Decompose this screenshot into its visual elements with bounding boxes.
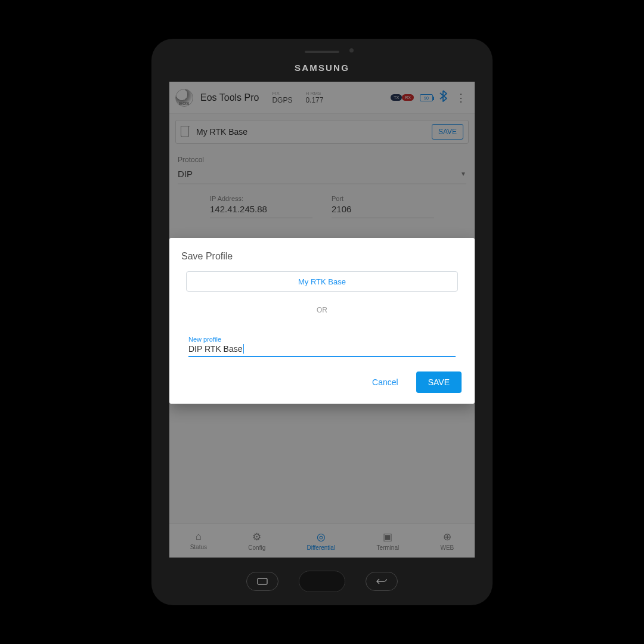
recent-apps-button[interactable] bbox=[246, 572, 278, 591]
front-camera bbox=[349, 48, 354, 52]
hardware-buttons bbox=[151, 571, 493, 592]
dialog-title: Save Profile bbox=[169, 251, 475, 271]
existing-profile-button[interactable]: My RTK Base bbox=[186, 271, 458, 292]
speaker-grille bbox=[305, 51, 339, 53]
new-profile-value: DIP RTK Base bbox=[188, 344, 243, 354]
save-profile-dialog: Save Profile My RTK Base OR New profile … bbox=[169, 238, 475, 404]
cancel-button[interactable]: Cancel bbox=[372, 377, 398, 387]
or-divider: OR bbox=[169, 306, 475, 314]
back-button[interactable] bbox=[366, 572, 398, 591]
device-brand: SAMSUNG bbox=[151, 63, 493, 73]
tablet-frame: SAMSUNG EOS Eos Tools Pro FIX DGPS H RMS… bbox=[151, 39, 493, 605]
confirm-save-button[interactable]: SAVE bbox=[416, 371, 462, 393]
new-profile-input[interactable]: DIP RTK Base bbox=[188, 344, 456, 357]
svg-rect-0 bbox=[258, 578, 267, 584]
screen: EOS Eos Tools Pro FIX DGPS H RMS 0.177 T… bbox=[169, 82, 475, 558]
home-button[interactable] bbox=[299, 571, 345, 592]
new-profile-label: New profile bbox=[188, 336, 456, 343]
text-cursor bbox=[243, 344, 244, 354]
